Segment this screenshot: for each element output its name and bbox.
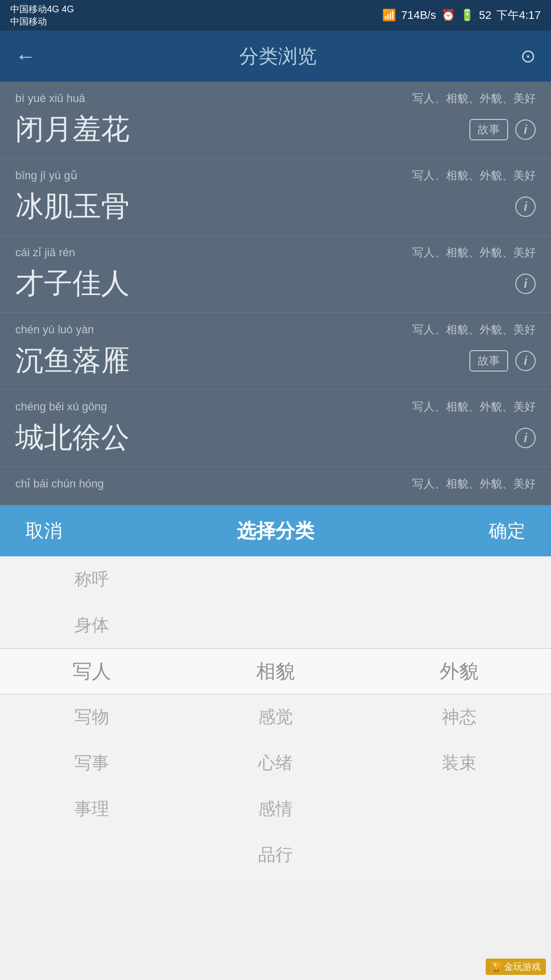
pinyin-text: chǐ bái chún hóng [15, 477, 104, 491]
watermark-icon: 🏆 [491, 961, 502, 972]
item-actions: i [515, 197, 536, 217]
pinyin-text: bì yuè xiū huā [15, 92, 85, 105]
picker-item[interactable]: 感情 [184, 786, 367, 832]
picker-column-col1: 称呼身体写人写物写事事理 [0, 556, 184, 878]
info-button[interactable]: i [515, 119, 536, 140]
tags-text: 写人、相貌、外貌、美好 [412, 322, 536, 337]
picker-item[interactable]: 称呼 [0, 556, 184, 602]
confirm-button[interactable]: 确定 [489, 519, 525, 544]
watermark: 🏆 金玩游戏 [486, 959, 546, 975]
info-button[interactable]: i [515, 197, 536, 217]
item-actions: 故事 i [469, 119, 536, 140]
picker-column-col3: 外貌神态装束 [367, 556, 551, 878]
picker-item[interactable]: 外貌 [367, 648, 551, 694]
chinese-text: 冰肌玉骨 [15, 187, 130, 226]
picker-item[interactable]: 写事 [0, 740, 184, 786]
info-button[interactable]: i [515, 351, 536, 371]
tags-text: 写人、相貌、外貌、美好 [412, 476, 536, 492]
clock: 下午4:17 [496, 8, 541, 23]
chinese-text: 闭月羞花 [15, 110, 130, 149]
picker-item [184, 602, 367, 648]
picker-item[interactable]: 装束 [367, 740, 551, 786]
battery-icon: 🔋 [460, 9, 474, 22]
tags-text: 写人、相貌、外貌、美好 [412, 91, 536, 106]
list-item[interactable]: chén yú luò yàn 写人、相貌、外貌、美好 沉鱼落雁 故事 i [0, 313, 551, 390]
story-badge[interactable]: 故事 [469, 350, 508, 372]
action-bar: 取消 选择分类 确定 [0, 505, 551, 556]
status-right: 📶 714B/s ⏰ 🔋 52 下午4:17 [382, 8, 541, 23]
story-badge[interactable]: 故事 [469, 119, 508, 140]
action-title: 选择分类 [237, 518, 314, 544]
network-speed: 714B/s [401, 9, 436, 22]
signal-icon: 📶 [382, 9, 396, 22]
watermark-text: 金玩游戏 [504, 961, 541, 973]
chinese-text: 才子佳人 [15, 264, 130, 303]
location-icon[interactable]: ⊙ [520, 45, 536, 67]
tags-text: 写人、相貌、外貌、美好 [412, 245, 536, 260]
picker-item[interactable]: 写物 [0, 694, 184, 740]
picker-columns: 称呼身体写人写物写事事理相貌感觉心绪感情品行外貌神态装束 [0, 556, 551, 878]
pinyin-text: chéng běi xú gōng [15, 400, 107, 413]
list-item[interactable]: chǐ bái chún hóng 写人、相貌、外貌、美好 [0, 467, 551, 505]
tags-text: 写人、相貌、外貌、美好 [412, 168, 536, 183]
picker-item[interactable]: 感觉 [184, 694, 367, 740]
picker-item[interactable]: 写人 [0, 648, 184, 694]
info-button[interactable]: i [515, 274, 536, 294]
picker-item [184, 556, 367, 602]
list-item[interactable]: bīng jī yù gǔ 写人、相貌、外貌、美好 冰肌玉骨 i [0, 159, 551, 236]
pinyin-text: cái zǐ jiā rén [15, 246, 75, 259]
pinyin-text: chén yú luò yàn [15, 323, 94, 336]
list-item[interactable]: bì yuè xiū huā 写人、相貌、外貌、美好 闭月羞花 故事 i [0, 82, 551, 159]
picker-item[interactable]: 品行 [184, 832, 367, 878]
info-button[interactable]: i [515, 428, 536, 448]
picker-item [367, 602, 551, 648]
tags-text: 写人、相貌、外貌、美好 [412, 399, 536, 414]
picker-column-col2: 相貌感觉心绪感情品行 [184, 556, 367, 878]
category-picker: 称呼身体写人写物写事事理相貌感觉心绪感情品行外貌神态装束 [0, 556, 551, 878]
carrier-primary: 中国移动4G 4G [10, 3, 74, 15]
picker-item[interactable]: 相貌 [184, 648, 367, 694]
idiom-list: bì yuè xiū huā 写人、相貌、外貌、美好 闭月羞花 故事 i bīn… [0, 82, 551, 505]
chinese-text: 城北徐公 [15, 419, 130, 457]
picker-item [367, 556, 551, 602]
status-bar: 中国移动4G 4G 中国移动 📶 714B/s ⏰ 🔋 52 下午4:17 [0, 0, 551, 31]
chinese-text: 沉鱼落雁 [15, 341, 130, 380]
carrier-info: 中国移动4G 4G 中国移动 [10, 3, 74, 28]
alarm-icon: ⏰ [441, 9, 455, 22]
cancel-button[interactable]: 取消 [26, 519, 62, 544]
list-item[interactable]: chéng běi xú gōng 写人、相貌、外貌、美好 城北徐公 i [0, 390, 551, 467]
header: ← 分类浏览 ⊙ [0, 31, 551, 82]
picker-item[interactable]: 心绪 [184, 740, 367, 786]
item-actions: i [515, 428, 536, 448]
picker-item[interactable]: 事理 [0, 786, 184, 832]
list-item[interactable]: cái zǐ jiā rén 写人、相貌、外貌、美好 才子佳人 i [0, 236, 551, 313]
picker-item[interactable]: 身体 [0, 602, 184, 648]
carrier-secondary: 中国移动 [10, 15, 74, 28]
picker-item[interactable]: 神态 [367, 694, 551, 740]
item-actions: 故事 i [469, 350, 536, 372]
battery-level: 52 [479, 9, 491, 22]
pinyin-text: bīng jī yù gǔ [15, 169, 78, 182]
page-title: 分类浏览 [239, 43, 317, 69]
item-actions: i [515, 274, 536, 294]
back-button[interactable]: ← [15, 45, 36, 68]
